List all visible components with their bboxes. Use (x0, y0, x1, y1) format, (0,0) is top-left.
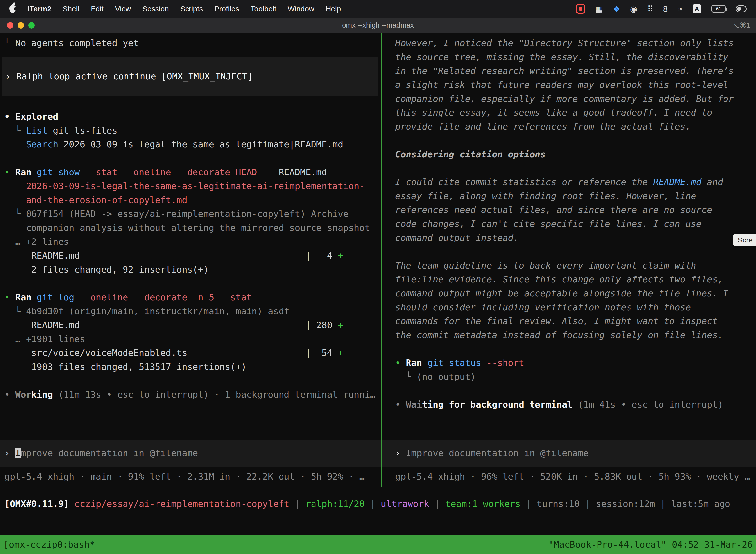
session-status-right: gpt-5.4 xhigh · 96% left · 520K in · 5.8… (382, 466, 756, 487)
clock-icon[interactable]: ◔ (678, 5, 683, 13)
traffic-lights (7, 18, 35, 33)
close-button[interactable] (7, 22, 13, 29)
agents-status-line: └ No agents completed yet (0, 36, 381, 50)
menu-item-edit[interactable]: Edit (91, 5, 104, 13)
zoom-button[interactable] (28, 22, 35, 29)
menu-item-shell[interactable]: Shell (63, 5, 79, 13)
window-shortcut-hint: ⌥⌘1 (732, 21, 750, 29)
ran-git-show-block: • Ran git show --stat --oneline --decora… (0, 165, 381, 277)
screen-recording-indicator-icon[interactable] (576, 4, 585, 14)
tmux-host-clock: "MacBook-Pro-44.local" 04:52 31-Mar-26 (548, 539, 753, 550)
reasoning-paragraph-1: However, I noticed the "Directory Struct… (395, 36, 737, 133)
menu-item-session[interactable]: Session (142, 5, 169, 13)
menu-item-window[interactable]: Window (288, 5, 314, 13)
prompt-input-left[interactable]: › Improve documentation in @filename (0, 440, 381, 466)
screen-share-tooltip[interactable]: Scre (733, 234, 756, 246)
app-dot-icon[interactable]: ◉ (630, 5, 637, 13)
team-workers: team:1 workers (445, 499, 520, 509)
ralph-loop-banner: › Ralph loop active continue [OMX_TMUX_I… (2, 57, 378, 96)
branch-name: cczip/essay/ai-reimplementation-copyleft (74, 499, 290, 509)
battery-icon[interactable]: 61 (711, 5, 726, 13)
minimize-button[interactable] (18, 22, 24, 29)
prompt-input-right[interactable]: › Improve documentation in @filename (382, 440, 756, 466)
iterm2-window: omx --xhigh --madmax ⌥⌘1 └ No agents com… (0, 18, 756, 554)
transmit-icon[interactable]: ❖ (613, 5, 620, 13)
readme-link: README.md (653, 177, 701, 187)
reasoning-paragraph-2: I could cite commit statistics or refere… (395, 175, 737, 245)
working-status-line: • Working (11m 13s • esc to interrupt) ·… (0, 388, 381, 402)
menu-item-scripts[interactable]: Scripts (180, 5, 203, 13)
waiting-status-line: • Waiting for background terminal (1m 41… (382, 398, 756, 411)
reasoning-paragraph-3: The team guideline is to back every impo… (395, 259, 737, 342)
last-activity: last:5m ago (671, 499, 730, 509)
input-source-icon[interactable]: A (693, 4, 701, 13)
window-title: omx --xhigh --madmax (342, 21, 414, 29)
text-cursor: I (15, 448, 20, 458)
session-duration: session:12m (596, 499, 655, 509)
menu-bar: iTerm2 Shell Edit View Session Scripts P… (0, 0, 756, 18)
keyboard-layout-icon[interactable]: 8 (663, 5, 668, 13)
ultrawork-flag: ultrawork (381, 499, 429, 509)
menu-item-help[interactable]: Help (326, 5, 341, 13)
tmux-status-bar: [omx-cczip0:bash* "MacBook-Pro-44.local"… (0, 535, 756, 554)
ran-git-log-block: • Ran git log --oneline --decorate -n 5 … (0, 290, 381, 374)
session-status-left: gpt-5.4 xhigh · main · 91% left · 2.31M … (0, 466, 381, 487)
control-center-icon[interactable] (736, 5, 747, 12)
reasoning-heading: Considering citation options (395, 148, 756, 161)
ralph-counter: ralph:11/20 (306, 499, 365, 509)
ran-git-status-block: • Ran git status --short └ (no output) (382, 356, 756, 384)
menu-item-profiles[interactable]: Profiles (214, 5, 239, 13)
omx-status-line: [OMX#0.11.9] cczip/essay/ai-reimplementa… (0, 487, 756, 535)
apple-menu-icon[interactable] (9, 5, 16, 13)
tmux-panes: └ No agents completed yet › Ralph loop a… (0, 33, 756, 487)
terminal-pane-left[interactable]: └ No agents completed yet › Ralph loop a… (0, 33, 381, 487)
menu-bar-status-icons: ▦ ❖ ◉ ⠿ 8 ◔ A 61 (576, 4, 747, 14)
menu-item-toolbelt[interactable]: Toolbelt (251, 5, 276, 13)
menu-item-iterm2[interactable]: iTerm2 (27, 5, 51, 13)
tmux-session-name: [omx-cczip0:bash* (3, 539, 95, 550)
window-title-bar[interactable]: omx --xhigh --madmax ⌥⌘1 (0, 18, 756, 33)
terminal-pane-right[interactable]: However, I noticed the "Directory Struct… (382, 33, 756, 487)
menu-item-view[interactable]: View (115, 5, 131, 13)
grid-icon[interactable]: ▦ (595, 5, 603, 13)
explored-block: • Explored └ List git ls-files Search 20… (0, 110, 381, 151)
turns-counter: turns:10 (537, 499, 580, 509)
dots-grid-icon[interactable]: ⠿ (647, 5, 653, 13)
